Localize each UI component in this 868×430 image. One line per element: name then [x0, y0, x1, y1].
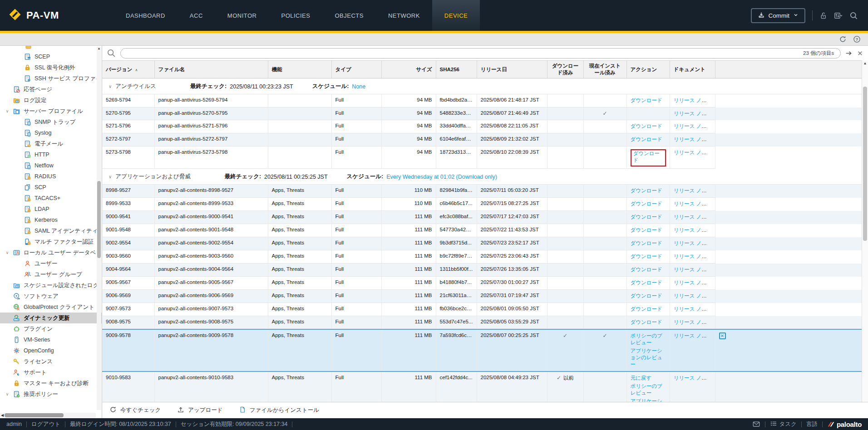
- sidebar-vertical-scrollbar[interactable]: ▲: [97, 47, 101, 410]
- download-link[interactable]: ダウンロード: [631, 136, 662, 143]
- sidebar-item[interactable]: OpenConfig: [0, 345, 102, 356]
- sidebar-item[interactable]: TACACS+: [0, 193, 102, 204]
- clear-filter-icon[interactable]: [857, 50, 863, 57]
- table-row[interactable]: 9002-9554panupv2-all-contents-9002-9554A…: [102, 237, 862, 250]
- table-row[interactable]: 9005-9567panupv2-all-contents-9005-9567A…: [102, 277, 862, 290]
- tab-acc[interactable]: ACC: [178, 0, 215, 31]
- table-row[interactable]: 5271-5796panup-all-antivirus-5271-5796Fu…: [102, 120, 862, 133]
- tab-monitor[interactable]: MONITOR: [215, 0, 269, 31]
- release-notes-link[interactable]: リリース ノート: [674, 240, 712, 246]
- sidebar-item[interactable]: SCEP: [0, 51, 102, 62]
- download-link[interactable]: ダウンロード: [631, 97, 662, 104]
- table-row[interactable]: 5272-5797panup-all-antivirus-5272-5797Fu…: [102, 133, 862, 147]
- release-notes-link[interactable]: リリース ノート: [674, 375, 712, 381]
- schedule-link[interactable]: None: [352, 83, 365, 90]
- sidebar-item[interactable]: SSH サービス プロファイル: [0, 73, 102, 84]
- table-row[interactable]: 8999-9533panupv2-all-contents-8999-9533A…: [102, 198, 862, 211]
- sidebar-item[interactable]: マルチ ファクター認証: [0, 236, 102, 247]
- chevron-down-icon[interactable]: ∨: [4, 250, 10, 255]
- release-notes-link[interactable]: リリース ノート: [674, 227, 712, 233]
- sidebar-item[interactable]: スケジュール設定されたログ: [0, 280, 102, 291]
- column-header[interactable]: サイズ: [381, 61, 436, 78]
- download-link[interactable]: ダウンロード: [631, 227, 662, 234]
- sidebar-item[interactable]: ∨ローカル ユーザー データベ: [0, 247, 102, 258]
- release-notes-link[interactable]: リリース ノート: [674, 111, 712, 116]
- release-notes-link[interactable]: リリース ノート: [674, 280, 712, 285]
- sidebar-item[interactable]: ∨サーバー プロファイル: [0, 106, 102, 117]
- column-header[interactable]: SHA256: [436, 61, 477, 78]
- table-row[interactable]: 9004-9564panupv2-all-contents-9004-9564A…: [102, 264, 862, 277]
- download-link[interactable]: ダウンロード: [631, 306, 662, 313]
- column-header[interactable]: ファイル名: [154, 61, 268, 78]
- column-header[interactable]: ドキュメント: [670, 61, 715, 78]
- download-link[interactable]: ダウンロード: [631, 253, 662, 260]
- sidebar-item[interactable]: SCP: [0, 182, 102, 193]
- sidebar-item[interactable]: ユーザー グループ: [0, 269, 102, 280]
- download-link[interactable]: ダウンロード: [631, 200, 662, 207]
- column-header[interactable]: 現在インストール済み: [583, 61, 626, 78]
- release-notes-link[interactable]: リリース ノート: [674, 98, 712, 103]
- schedule-link[interactable]: Every Wednesday at 01:02 (Download only): [386, 174, 497, 180]
- download-link[interactable]: ダウンロード: [633, 150, 663, 164]
- section-collapse-icon[interactable]: ∨: [108, 84, 112, 89]
- scrollbar-thumb[interactable]: [863, 87, 867, 241]
- scroll-up-icon[interactable]: ▲: [862, 61, 868, 65]
- table-row[interactable]: 5270-5795panup-all-antivirus-5270-5795Fu…: [102, 108, 862, 120]
- action-link[interactable]: 元に戻す: [631, 375, 652, 381]
- sidebar-item[interactable]: マスター キーおよび診断: [0, 378, 102, 389]
- release-notes-link[interactable]: リリース ノート: [674, 254, 712, 259]
- column-header[interactable]: ダウンロード済み: [547, 61, 583, 78]
- sidebar-item[interactable]: HTTP: [0, 149, 102, 160]
- global-search-icon[interactable]: [849, 11, 858, 20]
- commit-button[interactable]: Commit: [751, 8, 806, 23]
- sidebar-item[interactable]: ダイナミック更新: [0, 313, 102, 323]
- search-input[interactable]: 23 個の項目s: [120, 48, 841, 59]
- release-notes-link[interactable]: リリース ノート: [674, 150, 712, 155]
- upload-action-button[interactable]: アップロード: [177, 406, 222, 415]
- sidebar-item[interactable]: ユーザー: [0, 258, 102, 269]
- scrollbar-thumb[interactable]: [97, 181, 101, 258]
- sidebar-horizontal-scrollbar[interactable]: ◀: [0, 413, 96, 418]
- table-row[interactable]: 9009-9578panupv2-all-contents-9009-9578A…: [102, 329, 862, 371]
- language-button[interactable]: 言語: [806, 420, 818, 428]
- sidebar-item[interactable]: SNMP トラップ: [0, 117, 102, 127]
- sidebar-item[interactable]: GlobalProtect クライアント: [0, 302, 102, 313]
- refresh-icon[interactable]: [839, 35, 847, 43]
- release-notes-link[interactable]: リリース ノート: [674, 123, 712, 129]
- release-notes-link[interactable]: リリース ノート: [674, 293, 712, 298]
- scroll-up-icon[interactable]: ▲: [97, 47, 101, 50]
- table-vertical-scrollbar[interactable]: ▲: [862, 60, 868, 402]
- release-notes-link[interactable]: リリース ノート: [674, 201, 712, 206]
- release-notes-link[interactable]: リリース ノート: [674, 306, 712, 312]
- messages-icon[interactable]: [752, 420, 760, 428]
- tab-device[interactable]: DEVICE: [432, 0, 480, 31]
- download-link[interactable]: ダウンロード: [631, 240, 662, 247]
- help-icon[interactable]: ?: [853, 35, 861, 43]
- sidebar-item[interactable]: Syslog: [0, 127, 102, 138]
- sidebar-item[interactable]: Kerberos: [0, 215, 102, 225]
- tab-dashboard[interactable]: DASHBOARD: [113, 0, 178, 31]
- download-link[interactable]: ダウンロード: [631, 266, 662, 273]
- unlock-icon[interactable]: [819, 12, 827, 20]
- table-row[interactable]: 9003-9560panupv2-all-contents-9003-9560A…: [102, 250, 862, 264]
- table-row[interactable]: 9001-9548panupv2-all-contents-9001-9548A…: [102, 224, 862, 237]
- action-link[interactable]: アプリケーションのレビュー: [631, 398, 666, 402]
- scroll-left-icon[interactable]: ◀: [1, 413, 4, 417]
- sidebar-item[interactable]: プラグイン: [0, 323, 102, 334]
- column-header[interactable]: リリース日: [477, 61, 547, 78]
- table-row[interactable]: 8998-9527panupv2-all-contents-8998-9527A…: [102, 185, 862, 198]
- file-action-button[interactable]: ファイルからインストール: [239, 406, 319, 415]
- tab-network[interactable]: NETWORK: [376, 0, 432, 31]
- config-save-icon[interactable]: [834, 11, 843, 20]
- table-row[interactable]: 9008-9575panupv2-all-contents-9008-9575A…: [102, 316, 862, 330]
- table-row[interactable]: 9010-9583panupv2-all-contents-9010-9583A…: [102, 371, 862, 402]
- tab-objects[interactable]: OBJECTS: [322, 0, 375, 31]
- column-header[interactable]: アクション: [626, 61, 670, 78]
- sidebar-item[interactable]: Netflow: [0, 160, 102, 171]
- sidebar-item[interactable]: SSL 復号化例外: [0, 62, 102, 73]
- apply-filter-arrow-icon[interactable]: [845, 49, 853, 57]
- sidebar-item[interactable]: ライセンス: [0, 356, 102, 367]
- chevron-down-icon[interactable]: ∨: [4, 392, 10, 396]
- download-link[interactable]: ダウンロード: [631, 293, 662, 299]
- sidebar-item[interactable]: 電子メール: [0, 138, 102, 149]
